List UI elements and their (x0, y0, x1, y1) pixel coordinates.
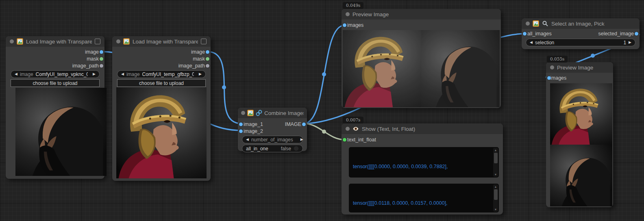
scrollbar[interactable]: ▲ ▼ (493, 148, 498, 177)
choose-file-button[interactable]: choose file to upload (11, 79, 100, 87)
output-label: selected_image (598, 31, 634, 37)
number-of-images-widget[interactable]: ◀ number_of_images 2 ▶ (242, 136, 303, 143)
output-port-selected-image[interactable] (635, 32, 638, 35)
node-show-text-int-float[interactable]: 0.007s Show (Text, Int, Float) text_int_… (342, 124, 503, 214)
title-checkbox[interactable] (201, 39, 207, 44)
node-titlebar[interactable]: Preview Image (342, 9, 501, 20)
choose-file-button[interactable]: choose file to upload (117, 79, 206, 87)
output-label: image_path (72, 63, 99, 69)
node-titlebar[interactable]: Load Image with Transparency (6, 36, 104, 47)
tensor-output-textarea-2[interactable]: tensor([[[[0.0118, 0.0000, 0.0157, 0.000… (349, 184, 499, 212)
tensor-output-textarea-1[interactable]: tensor([[[[0.0000, 0.0000, 0.0039, 0.788… (349, 147, 499, 178)
scroll-down-icon[interactable]: ▼ (493, 172, 498, 177)
scroll-up-icon[interactable]: ▲ (493, 184, 498, 189)
input-label: images (550, 75, 566, 81)
widget-left-arrow-icon[interactable]: ◀ (246, 138, 249, 141)
node-title: Show (Text, Int, Float) (362, 126, 415, 132)
output-port-image-path[interactable] (100, 64, 103, 67)
input-port-images[interactable] (343, 23, 346, 27)
title-checkbox[interactable] (95, 39, 100, 44)
output-port-mask[interactable] (206, 57, 209, 61)
widget-right-arrow-icon[interactable]: ▶ (300, 138, 303, 141)
execution-time-badge: 0.007s (343, 117, 363, 124)
input-port-images[interactable] (547, 76, 551, 80)
output-label: mask (193, 56, 205, 62)
output-port-image[interactable] (302, 122, 306, 126)
input-port-text-int-float[interactable] (343, 138, 346, 141)
selected-image-preview-2 (550, 145, 612, 206)
input-port-image-1[interactable] (239, 122, 243, 126)
node-title: Preview Image (557, 65, 593, 71)
input-row: text_int_float (342, 136, 503, 143)
node-titlebar[interactable]: Load Image with Transparency (112, 36, 211, 47)
combo-label: image (20, 72, 33, 77)
input-port-all-images[interactable] (523, 32, 527, 35)
node-combine-images[interactable]: Combine Images image_1 IMAGE image_2 ◀ n… (238, 108, 307, 151)
node-preview-image-right[interactable]: 0.055s Preview Image images (546, 62, 613, 207)
image-icon (247, 110, 254, 116)
node-load-image-1[interactable]: Load Image with Transparency image mask … (6, 36, 104, 179)
node-titlebar[interactable]: Combine Images (238, 108, 307, 118)
input-label: text_int_float (347, 137, 376, 143)
combo-left-arrow-icon[interactable]: ◀ (121, 72, 124, 76)
node-select-an-image[interactable]: Select an Image, Pick all_images selecte… (522, 18, 640, 49)
output-row: image_path (112, 62, 211, 69)
widget-label: number_of_images (251, 137, 293, 143)
node-status-dot (346, 12, 350, 16)
node-titlebar[interactable]: Show (Text, Int, Float) (342, 124, 503, 134)
link-load2-to-combine[interactable] (207, 52, 241, 124)
node-titlebar[interactable]: Preview Image (546, 62, 613, 73)
eye-icon (352, 126, 359, 132)
all-in-one-toggle-widget[interactable]: all_in_one false (242, 145, 303, 152)
output-port-image[interactable] (100, 50, 103, 54)
link-midpoint-dot (322, 130, 326, 134)
scroll-thumb[interactable] (494, 189, 498, 200)
combo-value: ComfyUI_temp_vpknc_00... (36, 72, 88, 77)
combo-right-arrow-icon[interactable]: ▶ (199, 72, 202, 76)
selection-widget[interactable]: ◀ selection 1 ▶ (526, 39, 635, 46)
node-load-image-2[interactable]: Load Image with Transparency image mask … (112, 36, 211, 181)
node-title: Load Image with Transparency (26, 39, 92, 45)
combo-right-arrow-icon[interactable]: ▶ (93, 72, 96, 76)
image-icon (17, 38, 23, 45)
link-midpoint-dot (591, 54, 595, 58)
selected-image-preview-1 (550, 83, 612, 145)
widget-right-arrow-icon[interactable]: ▶ (629, 41, 631, 44)
io-row: image_1 IMAGE (238, 121, 307, 128)
loaded-image-preview (15, 88, 107, 176)
image-icon (533, 20, 539, 27)
node-graph-canvas[interactable]: Load Image with Transparency image mask … (0, 0, 644, 221)
node-status-dot (116, 39, 120, 43)
output-label: IMAGE (285, 121, 301, 127)
input-label: all_images (527, 31, 552, 37)
node-title: Load Image with Transparency (133, 39, 198, 45)
tensor-line: tensor([[[[0.0118, 0.0000, 0.0157, 0.000… (353, 200, 490, 207)
execution-time-badge: 0.049s (343, 2, 363, 9)
widget-value: false (281, 146, 291, 152)
widget-value: 1 (623, 40, 626, 46)
output-port-mask[interactable] (100, 57, 103, 61)
image-combo-widget[interactable]: ◀ image ComfyUI_temp_vpknc_00... ▶ (11, 70, 100, 78)
output-port-image-path[interactable] (206, 64, 209, 67)
input-label: images (347, 22, 363, 28)
combo-value: ComfyUI_temp_gfbzp_00... (142, 72, 194, 77)
input-port-image-2[interactable] (239, 129, 243, 133)
link-combine-to-preview[interactable] (304, 25, 345, 124)
scroll-down-icon[interactable]: ▼ (493, 207, 498, 212)
output-label: image_path (178, 63, 205, 69)
image-combo-widget[interactable]: ◀ image ComfyUI_temp_gfbzp_00... ▶ (117, 70, 206, 78)
node-preview-image-top[interactable]: 0.049s Preview Image images (342, 9, 501, 108)
scroll-up-icon[interactable]: ▲ (493, 148, 498, 152)
input-row: image_2 (238, 128, 307, 134)
scroll-thumb[interactable] (494, 153, 498, 163)
toggle-knob[interactable] (294, 146, 299, 151)
scrollbar[interactable]: ▲ ▼ (493, 184, 498, 212)
node-title: Preview Image (352, 11, 389, 17)
output-port-image[interactable] (206, 50, 209, 54)
node-status-dot (550, 65, 554, 69)
node-titlebar[interactable]: Select an Image, Pick (522, 18, 640, 29)
output-row: image (6, 48, 104, 55)
combo-left-arrow-icon[interactable]: ◀ (15, 72, 17, 76)
widget-left-arrow-icon[interactable]: ◀ (530, 41, 533, 44)
link-combine-to-show[interactable] (304, 124, 345, 140)
